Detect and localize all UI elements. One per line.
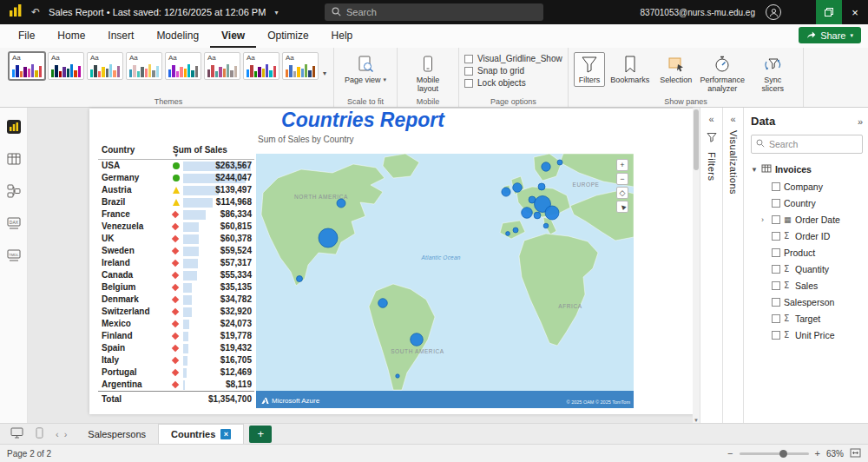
- table-row-italy[interactable]: Italy$16,705: [98, 354, 254, 366]
- page-tab-salespersons[interactable]: Salespersons: [76, 424, 158, 444]
- map-bubble-spain[interactable]: [513, 228, 518, 233]
- field-target[interactable]: ΣTarget: [751, 310, 863, 327]
- table-row-belgium[interactable]: Belgium$35,135: [98, 281, 254, 294]
- field-checkbox[interactable]: [772, 182, 780, 191]
- map-compass-button[interactable]: ▲: [616, 201, 628, 213]
- checkbox-box[interactable]: [464, 67, 473, 76]
- account-avatar[interactable]: [766, 4, 781, 20]
- field-checkbox[interactable]: [772, 265, 780, 274]
- checkbox-snap-to-grid[interactable]: Snap to grid: [464, 66, 562, 76]
- table-view-button[interactable]: [3, 148, 24, 169]
- menu-home[interactable]: Home: [46, 24, 96, 48]
- desktop-layout-icon[interactable]: [10, 426, 23, 442]
- data-pane-collapse-icon[interactable]: »: [858, 116, 863, 127]
- next-page-icon[interactable]: ›: [64, 429, 68, 439]
- field-order-id[interactable]: ΣOrder ID: [751, 228, 863, 244]
- map-bubble-mexico[interactable]: [297, 276, 303, 282]
- map-bubble-uk[interactable]: [513, 183, 523, 193]
- undo-icon[interactable]: ↶: [31, 6, 40, 18]
- menu-modeling[interactable]: Modeling: [145, 24, 210, 48]
- column-header-sum-of-sales[interactable]: Sum of Sales ▼: [171, 143, 254, 159]
- table-row-france[interactable]: France$86,334: [98, 208, 254, 221]
- search-input[interactable]: [346, 7, 520, 17]
- field-checkbox[interactable]: [772, 215, 780, 224]
- model-view-button[interactable]: [3, 181, 24, 201]
- tmdl-view-button[interactable]: TMDL: [3, 245, 24, 266]
- field-unit-price[interactable]: ΣUnit Price: [751, 327, 863, 343]
- sales-table-visual[interactable]: Country Sum of Sales ▼ USA$263,567German…: [98, 143, 254, 406]
- page-tab-countries[interactable]: Countries×: [158, 424, 244, 444]
- performance-analyzer-button[interactable]: Performance analyzer: [697, 52, 747, 96]
- report-canvas[interactable]: Countries Report Country Sum of Sales ▼ …: [28, 108, 700, 423]
- table-row-ireland[interactable]: Ireland$57,317: [98, 257, 254, 269]
- table-row-spain[interactable]: Spain$19,432: [98, 342, 254, 354]
- visualizations-pane-collapsed[interactable]: « Visualizations: [722, 108, 743, 423]
- map-bubble-sweden[interactable]: [542, 162, 550, 171]
- bookmarks-button[interactable]: Bookmarks: [605, 52, 654, 87]
- global-search[interactable]: [325, 3, 543, 21]
- field-checkbox[interactable]: [772, 298, 780, 307]
- map-bubble-portugal[interactable]: [506, 232, 510, 236]
- map-pitch-button[interactable]: ◇: [616, 187, 628, 199]
- field-checkbox[interactable]: [772, 248, 780, 257]
- mobile-layout-icon[interactable]: [36, 426, 43, 442]
- report-page[interactable]: Countries Report Country Sum of Sales ▼ …: [89, 109, 694, 414]
- map-bubble-venezuela[interactable]: [378, 299, 388, 308]
- theme-thumbnail[interactable]: Aa: [243, 52, 279, 80]
- field-checkbox[interactable]: [772, 281, 780, 290]
- visualizations-expand-icon[interactable]: «: [730, 114, 735, 124]
- zoom-out-button[interactable]: −: [727, 448, 733, 459]
- map-zoom-in-button[interactable]: +: [616, 159, 628, 171]
- field-checkbox[interactable]: [772, 331, 780, 340]
- table-row-brazil[interactable]: Brazil$114,968: [98, 196, 254, 208]
- table-row-austria[interactable]: Austria$139,497: [98, 184, 254, 196]
- map-bubble-italy[interactable]: [543, 223, 549, 228]
- table-row-mexico[interactable]: Mexico$24,073: [98, 318, 254, 330]
- field-product[interactable]: Product: [751, 244, 863, 261]
- world-map[interactable]: NORTH AMERICAEUROPEAtlantic OceanAFRICAS…: [256, 154, 634, 408]
- map-zoom-out-button[interactable]: −: [616, 173, 628, 185]
- filters-expand-icon[interactable]: «: [708, 114, 713, 124]
- report-title-textbox[interactable]: Countries Report: [189, 109, 536, 132]
- menu-help[interactable]: Help: [320, 24, 365, 48]
- report-view-button[interactable]: [3, 116, 24, 137]
- table-row-venezuela[interactable]: Venezuela$60,815: [98, 221, 254, 233]
- map-bubble-denmark[interactable]: [538, 183, 545, 190]
- close-page-icon[interactable]: ×: [220, 429, 231, 439]
- map-visual[interactable]: Sum of Sales by Country: [256, 135, 634, 408]
- chevron-right-icon[interactable]: ›: [761, 215, 768, 224]
- table-row-denmark[interactable]: Denmark$34,782: [98, 294, 254, 306]
- menu-optimize[interactable]: Optimize: [256, 24, 319, 48]
- map-bubble-canada[interactable]: [337, 199, 345, 208]
- dax-query-view-button[interactable]: DAX: [3, 213, 24, 234]
- selection-button[interactable]: Selection: [654, 52, 697, 87]
- zoom-slider[interactable]: [740, 452, 809, 455]
- map-bubble-argentina[interactable]: [396, 374, 399, 378]
- field-sales[interactable]: ΣSales: [751, 277, 863, 294]
- themes-more-chevron-icon[interactable]: ▾: [323, 69, 326, 77]
- table-row-switzerland[interactable]: Switzerland$32,920: [98, 306, 254, 318]
- canvas-scrollbar[interactable]: ▼: [693, 108, 700, 423]
- scrollbar-down-icon[interactable]: ▼: [693, 418, 700, 423]
- theme-thumbnail[interactable]: Aa: [126, 52, 162, 80]
- scrollbar-thumb[interactable]: [694, 109, 699, 170]
- map-bubble-ireland[interactable]: [502, 188, 510, 196]
- map-bubble-finland[interactable]: [557, 160, 562, 165]
- table-row-argentina[interactable]: Argentina$8,119: [98, 379, 254, 391]
- maximize-button[interactable]: [816, 0, 842, 24]
- title-chevron-down-icon[interactable]: ▾: [274, 9, 278, 16]
- previous-page-icon[interactable]: ‹: [56, 429, 59, 439]
- map-bubble-switzerland[interactable]: [534, 212, 541, 219]
- map-bubble-austria[interactable]: [545, 206, 559, 220]
- table-row-uk[interactable]: UK$60,378: [98, 233, 254, 245]
- table-row-finland[interactable]: Finland$19,778: [98, 330, 254, 342]
- field-quantity[interactable]: ΣQuantity: [751, 261, 863, 277]
- map-bubble-usa[interactable]: [319, 228, 338, 248]
- add-page-button[interactable]: +: [249, 426, 272, 443]
- field-checkbox[interactable]: [772, 314, 780, 323]
- menu-insert[interactable]: Insert: [96, 24, 145, 48]
- theme-thumbnail[interactable]: Aa: [87, 52, 123, 80]
- share-button[interactable]: Share ▾: [799, 27, 861, 43]
- field-country[interactable]: Country: [751, 195, 863, 211]
- theme-thumbnail[interactable]: Aa: [165, 52, 201, 80]
